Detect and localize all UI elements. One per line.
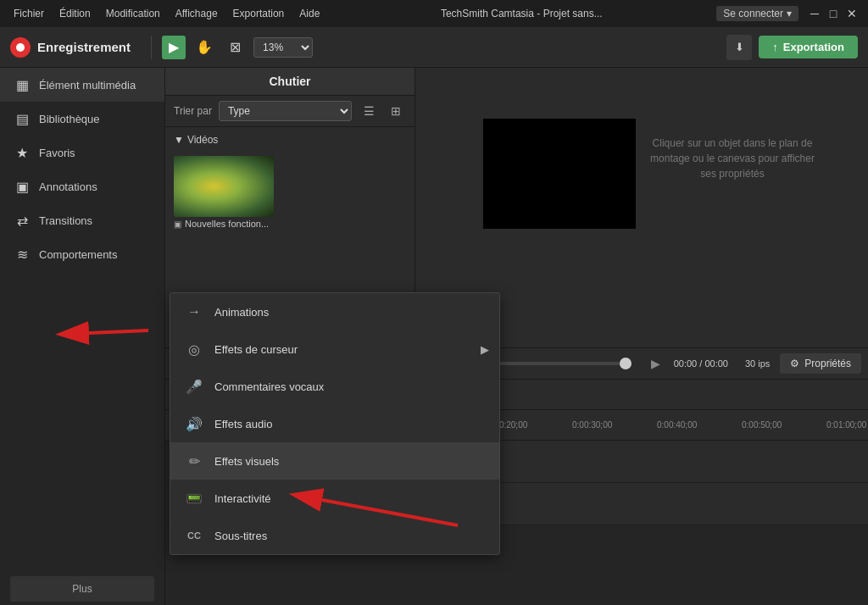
cursor-arrow-icon: ▶ [481,343,489,356]
slider-thumb[interactable] [620,358,632,369]
chutier-title: Chutier [165,68,415,96]
export-share-icon: ↑ [772,41,778,53]
sidebar-label-annotations: Annotations [39,180,97,193]
dropdown-visual-label: Effets visuels [214,455,279,468]
behaviors-icon: ≋ [14,246,31,263]
sidebar-item-media[interactable]: ▦ Élément multimédia [0,68,164,102]
tick-4: 0:00:40;00 [657,420,697,430]
toolbar-right: ⬇ ↑ Exportation [726,35,858,60]
dropdown-audio-label: Effets audio [214,418,272,430]
window-title: TechSmith Camtasia - Projet sans... [326,8,716,19]
tick-6: 0:01:00;00 [826,420,866,430]
dropdown-item-interactivity[interactable]: 📟 Interactivité [170,480,499,517]
list-view-button[interactable]: ☰ [359,101,379,121]
audio-effects-icon: 🔊 [184,414,204,434]
menu-affichage[interactable]: Affichage [169,4,225,23]
animations-icon: → [184,302,204,322]
connect-label: Se connecter [723,8,783,19]
sidebar-label-library: Bibliothèque [39,113,100,125]
annotations-icon: ▣ [14,178,31,195]
maximize-button[interactable]: □ [824,4,843,23]
properties-button[interactable]: ⚙ Propriétés [780,353,861,374]
media-icon: ▦ [14,76,31,93]
menu-exportation[interactable]: Exportation [226,4,292,23]
dropdown-menu: → Animations ◎ Effets de curseur ▶ 🎤 Com… [170,292,500,555]
library-icon: ▤ [14,110,31,127]
type-select[interactable]: Type [219,101,352,121]
dropdown-item-animations[interactable]: → Animations [170,293,499,330]
dropdown-interactivity-label: Interactivité [214,492,270,505]
sidebar-label-transitions: Transitions [39,214,92,227]
dropdown-item-audio[interactable]: 🔊 Effets audio [170,405,499,442]
select-tool[interactable]: ▶ [162,36,186,59]
menu-fichier[interactable]: Fichier [7,4,51,23]
video-thumbnail-item[interactable]: ▣ Nouvelles fonction... [174,156,406,229]
sidebar-label-behaviors: Comportements [39,248,117,261]
nav-right-button[interactable]: ▶ [648,356,664,371]
close-button[interactable]: ✕ [843,4,861,23]
preview-canvas [483,119,636,229]
export-label: Exportation [783,41,844,53]
connect-arrow-icon: ▾ [787,8,792,19]
videos-label: Vidéos [187,134,218,146]
dropdown-item-visual[interactable]: ✏ Effets visuels [170,442,499,480]
sidebar-item-library[interactable]: ▤ Bibliothèque [0,102,164,136]
dropdown-animations-label: Animations [214,306,269,319]
separator [151,36,152,59]
properties-label: Propriétés [804,358,851,369]
sidebar-plus-button[interactable]: Plus [10,576,154,602]
download-icon: ⬇ [735,41,744,53]
connect-button[interactable]: Se connecter ▾ [716,6,798,21]
pan-tool[interactable]: ✋ [192,36,216,59]
record-indicator [10,37,31,58]
sidebar-label-favorites: Favoris [39,147,75,159]
video-item-icon: ▣ [174,219,181,229]
minimize-button[interactable]: ─ [805,4,824,23]
zoom-select[interactable]: 13% [253,37,313,58]
title-bar: Fichier Édition Modification Affichage E… [0,0,868,27]
sidebar-label-media: Élément multimédia [39,79,136,92]
time-display: 00:00 / 00:00 [674,358,728,369]
chutier-toolbar: Trier par Type ☰ ⊞ [165,96,415,127]
menu-edition[interactable]: Édition [53,4,97,23]
dropdown-item-cursor[interactable]: ◎ Effets de curseur ▶ [170,330,499,368]
voiceover-icon: 🎤 [184,376,204,397]
rec-dot [16,43,25,52]
favorites-icon: ★ [14,144,31,161]
record-label: Enregistrement [37,40,131,54]
gear-icon: ⚙ [790,358,799,369]
dropdown-voiceover-label: Commentaires vocaux [214,380,324,393]
menu-aide[interactable]: Aide [292,4,326,23]
dropdown-cursor-label: Effets de curseur [214,343,298,356]
interactivity-icon: 📟 [184,488,204,508]
crop-tool[interactable]: ⊠ [223,36,247,59]
video-thumb-label: ▣ Nouvelles fonction... [174,219,406,229]
transitions-icon: ⇄ [14,212,31,229]
video-item-name: Nouvelles fonction... [185,219,269,229]
dropdown-item-subtitles[interactable]: CC Sous-titres [170,517,499,554]
tick-5: 0:00:50;00 [742,420,782,430]
dropdown-subtitles-label: Sous-titres [214,530,267,542]
video-thumb-image [174,156,274,217]
subtitles-icon: CC [184,525,204,546]
sidebar-item-favorites[interactable]: ★ Favoris [0,136,164,169]
grid-view-button[interactable]: ⊞ [386,101,406,121]
sidebar: ▦ Élément multimédia ▤ Bibliothèque ★ Fa… [0,68,165,605]
toolbar: Enregistrement ▶ ✋ ⊠ 13% ⬇ ↑ Exportation [0,27,868,68]
cursor-effects-icon: ◎ [184,339,204,359]
visual-effects-icon: ✏ [184,451,204,471]
preview-hint: Cliquer sur un objet dans le plan de mon… [648,136,817,181]
sidebar-item-behaviors[interactable]: ≋ Comportements [0,237,164,271]
sidebar-item-annotations[interactable]: ▣ Annotations [0,169,164,203]
videos-arrow-icon: ▼ [174,134,184,146]
tick-3: 0:00:30;00 [572,420,612,430]
fps-display: 30 ips [745,358,770,369]
videos-section-label: ▼ Vidéos [165,127,415,153]
download-button[interactable]: ⬇ [726,35,752,60]
trier-label: Trier par [174,105,212,117]
sidebar-item-transitions[interactable]: ⇄ Transitions [0,203,164,237]
menu-modification[interactable]: Modification [99,4,167,23]
dropdown-item-voiceover[interactable]: 🎤 Commentaires vocaux [170,368,499,405]
export-button[interactable]: ↑ Exportation [759,36,858,58]
menu-bar[interactable]: Fichier Édition Modification Affichage E… [7,4,326,23]
